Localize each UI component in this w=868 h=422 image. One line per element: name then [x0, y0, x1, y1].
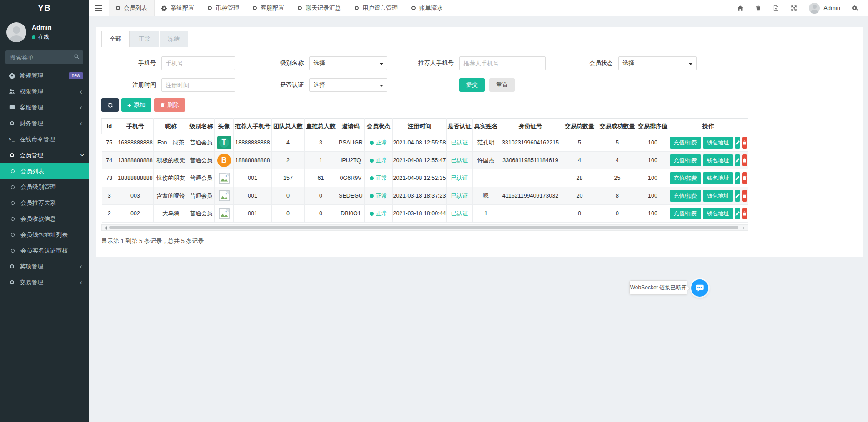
cell-referrer: 001	[234, 187, 272, 205]
sidebar-subitem[interactable]: 会员收款信息	[0, 211, 89, 227]
edit-button[interactable]	[735, 208, 740, 219]
recharge-button[interactable]: 充值/扣费	[670, 154, 701, 166]
top-tab[interactable]: 系统配置	[155, 0, 201, 16]
fullscreen-icon[interactable]	[791, 5, 797, 11]
status-filter-tab-label: 正常	[139, 35, 151, 42]
column-header[interactable]: 身份证号	[499, 119, 562, 134]
column-header[interactable]: 推荐人手机号	[234, 119, 272, 134]
edit-button[interactable]	[735, 172, 740, 184]
cell-regtime: 2021-04-08 12:55:58	[393, 134, 447, 152]
top-tab[interactable]: 会员列表	[109, 0, 155, 16]
sidebar-subitem[interactable]: 会员钱包地址列表	[0, 227, 89, 243]
referrer-filter-input[interactable]	[459, 56, 546, 70]
sidebar-item[interactable]: 客服管理 ‹	[0, 99, 89, 115]
edit-button[interactable]	[735, 190, 740, 202]
verified-filter-select[interactable]: 选择	[309, 78, 387, 92]
delete-row-button[interactable]	[742, 137, 747, 149]
column-header[interactable]: 交易排序值	[637, 119, 668, 134]
status-dot-icon	[370, 176, 374, 180]
sidebar-item[interactable]: 常规管理 new	[0, 68, 89, 84]
sidebar-item-label: 财务管理	[20, 119, 43, 128]
delete-row-button[interactable]	[742, 154, 747, 166]
settings-gears-icon[interactable]	[852, 5, 859, 11]
top-tab[interactable]: 用户留言管理	[348, 0, 405, 16]
cell-invite-code: DBI0O1	[337, 205, 365, 223]
column-header[interactable]: 操作	[668, 119, 748, 134]
sidebar-item[interactable]: 会员管理 ‹	[0, 147, 89, 163]
phone-filter-input[interactable]	[161, 56, 235, 70]
status-filter-tab[interactable]: 全部	[101, 31, 130, 47]
wallet-address-button[interactable]: 钱包地址	[703, 190, 733, 202]
chat-button[interactable]	[691, 279, 708, 297]
edit-button[interactable]	[735, 154, 740, 166]
column-header[interactable]: 直推总人数	[305, 119, 337, 134]
sidebar-subitem[interactable]: 会员推荐关系	[0, 195, 89, 211]
column-header[interactable]: 注册时间	[393, 119, 447, 134]
app-logo[interactable]: YB	[0, 0, 89, 16]
sidebar-subitem-label: 会员钱包地址列表	[20, 231, 68, 239]
home-icon[interactable]	[737, 5, 743, 11]
column-header[interactable]: 邀请码	[337, 119, 365, 134]
column-header[interactable]: 手机号	[117, 119, 154, 134]
scrollbar-thumb[interactable]	[109, 226, 738, 229]
cell-phone: 13888888888	[117, 152, 154, 169]
sidebar-subitem[interactable]: 会员实名认证审核	[0, 243, 89, 258]
page-refresh-icon[interactable]	[773, 5, 779, 11]
delete-row-button[interactable]	[742, 190, 747, 202]
level-filter-select[interactable]: 选择	[309, 56, 387, 70]
edit-button[interactable]	[735, 137, 740, 149]
wallet-address-button[interactable]: 钱包地址	[703, 154, 733, 166]
column-header[interactable]: 交易成功数量	[597, 119, 637, 134]
delete-row-button[interactable]	[742, 172, 747, 184]
refresh-button[interactable]	[101, 98, 119, 112]
cell-referrer: 001	[234, 205, 272, 223]
delete-button[interactable]: 删除	[154, 98, 185, 112]
scroll-right-arrow-icon[interactable]	[743, 226, 746, 230]
wallet-address-button[interactable]: 钱包地址	[703, 137, 733, 149]
sidebar-item[interactable]: 交易管理 ‹	[0, 274, 89, 290]
submit-button[interactable]: 提交	[459, 78, 485, 92]
sidebar-item-label: 会员管理	[20, 151, 43, 159]
sidebar-item[interactable]: 财务管理 ‹	[0, 115, 89, 131]
status-filter-tab[interactable]: 冻结	[160, 31, 188, 47]
trash-icon[interactable]	[755, 5, 761, 11]
regtime-filter-input[interactable]	[161, 78, 235, 92]
wallet-address-button[interactable]: 钱包地址	[703, 208, 733, 219]
search-icon[interactable]	[74, 54, 80, 61]
horizontal-scrollbar[interactable]	[101, 224, 748, 231]
recharge-button[interactable]: 充值/扣费	[670, 172, 701, 184]
top-tab[interactable]: 客服配置	[246, 0, 291, 16]
wallet-address-button[interactable]: 钱包地址	[703, 172, 733, 184]
delete-row-button[interactable]	[742, 208, 747, 219]
sidebar-search-input[interactable]	[5, 50, 83, 64]
column-header[interactable]: 真实姓名	[473, 119, 499, 134]
cell-actions: 充值/扣费 钱包地址	[668, 187, 748, 205]
sidebar-item[interactable]: 权限管理 ‹	[0, 84, 89, 99]
sidebar-item[interactable]: >_ 在线命令管理	[0, 131, 89, 147]
scroll-left-arrow-icon[interactable]	[103, 226, 107, 230]
column-header[interactable]: 头像	[215, 119, 234, 134]
add-button[interactable]: + 添加	[121, 98, 151, 112]
recharge-button[interactable]: 充值/扣费	[670, 137, 701, 149]
reset-button[interactable]: 重置	[489, 78, 515, 92]
navbar-user-menu[interactable]: Admin	[809, 3, 840, 14]
top-tab[interactable]: 币种管理	[201, 0, 246, 16]
sidebar-item[interactable]: 奖项管理 ‹	[0, 258, 89, 274]
column-header[interactable]: 交易总数量	[562, 119, 597, 134]
cell-trade-success: 5	[597, 134, 637, 152]
sidebar-subitem[interactable]: 会员级别管理	[0, 179, 89, 195]
sidebar-subitem[interactable]: 会员列表	[0, 163, 89, 179]
column-header[interactable]: 是否认证	[447, 119, 473, 134]
column-header[interactable]: 级别名称	[188, 119, 215, 134]
column-header[interactable]: 团队总人数	[272, 119, 305, 134]
top-tab[interactable]: 账单流水	[405, 0, 450, 16]
member-status-filter-select[interactable]: 选择	[618, 56, 697, 70]
recharge-button[interactable]: 充值/扣费	[670, 190, 701, 202]
sidebar-toggle-button[interactable]	[89, 0, 109, 16]
top-tab[interactable]: 聊天记录汇总	[291, 0, 348, 16]
status-filter-tab[interactable]: 正常	[130, 31, 159, 47]
column-header[interactable]: Id	[102, 119, 117, 134]
column-header[interactable]: 昵称	[154, 119, 188, 134]
column-header[interactable]: 会员状态	[365, 119, 393, 134]
recharge-button[interactable]: 充值/扣费	[670, 208, 701, 219]
